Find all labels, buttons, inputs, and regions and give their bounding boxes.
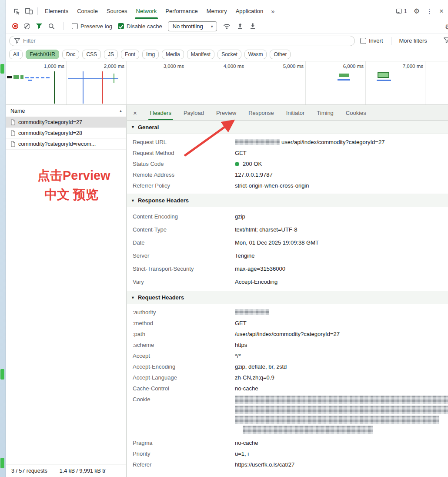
- network-settings-gear-icon[interactable]: ⚙: [445, 23, 448, 31]
- header-value: 200 OK: [235, 160, 262, 168]
- inspect-element-icon[interactable]: [10, 6, 23, 17]
- settings-gear-icon[interactable]: ⚙: [414, 7, 420, 15]
- tab-application[interactable]: Application: [231, 3, 268, 19]
- status-ok-dot-icon: [235, 162, 239, 166]
- header-key: Accept: [133, 352, 235, 359]
- timeline-gridline: [425, 61, 425, 104]
- desktop-background-strip: [0, 0, 6, 477]
- header-key: Pragma: [133, 439, 235, 447]
- header-row: :path /user/api/index/commodity?category…: [127, 329, 448, 339]
- tab-response[interactable]: Response: [242, 105, 280, 120]
- name-column-header[interactable]: Name ▲: [6, 105, 126, 117]
- section-header-request[interactable]: ▼ Request Headers: [127, 291, 448, 304]
- disable-cache-label: Disable cache: [127, 23, 162, 30]
- request-row[interactable]: commodity?categoryId=recom...: [6, 139, 126, 150]
- filter-options-icon[interactable]: [444, 37, 448, 45]
- tab-sources[interactable]: Sources: [102, 3, 132, 19]
- clear-network-log-icon[interactable]: [24, 23, 30, 29]
- timeline-tick-label: 2,000 ms: [89, 64, 124, 69]
- redacted-cookie-mosaic: [235, 406, 448, 414]
- invert-filter-checkbox[interactable]: Invert: [360, 37, 383, 44]
- tab-memory[interactable]: Memory: [202, 3, 231, 19]
- export-har-icon[interactable]: [249, 23, 256, 30]
- search-icon[interactable]: [48, 23, 55, 30]
- chip-font[interactable]: Font: [121, 50, 139, 59]
- timeline-gridline: [305, 61, 306, 104]
- header-value: Accept-Encoding: [235, 278, 277, 286]
- request-row[interactable]: commodity?categoryId=28: [6, 128, 126, 139]
- annotation-text-line2: 中文 预览: [44, 186, 98, 204]
- message-bubble-icon: [396, 9, 402, 13]
- tab-network[interactable]: Network: [132, 3, 161, 19]
- divider: [63, 22, 64, 30]
- header-key: Cache-Control: [133, 385, 235, 392]
- preserve-log-label: Preserve log: [80, 23, 112, 30]
- filter-input[interactable]: [23, 37, 350, 44]
- waterfall-bar: [20, 75, 23, 79]
- chip-media[interactable]: Media: [162, 50, 184, 59]
- disable-cache-checkbox[interactable]: Disable cache: [118, 23, 162, 30]
- waterfall-bar: [377, 80, 391, 81]
- header-row: Date Mon, 01 Dec 2025 19:09:38 GMT: [127, 236, 448, 249]
- header-row: Accept */*: [127, 350, 448, 361]
- chip-doc[interactable]: Doc: [62, 50, 79, 59]
- details-tabbar: × Headers Payload Preview Response Initi…: [127, 105, 448, 121]
- devtools-window: Elements Console Sources Network Perform…: [6, 0, 448, 477]
- preserve-log-checkbox[interactable]: Preserve log: [72, 23, 112, 30]
- chip-other[interactable]: Other: [270, 50, 291, 59]
- tab-timing[interactable]: Timing: [311, 105, 340, 120]
- chip-wasm[interactable]: Wasm: [244, 50, 267, 59]
- console-messages-button[interactable]: 1: [396, 8, 407, 14]
- close-devtools-icon[interactable]: ×: [439, 7, 444, 16]
- chip-fetch-xhr[interactable]: Fetch/XHR: [26, 50, 59, 59]
- network-overview-timeline[interactable]: 1,000 ms 2,000 ms 3,000 ms 4,000 ms 5,00…: [6, 61, 448, 105]
- record-network-log-icon[interactable]: [12, 23, 18, 29]
- header-value: [235, 396, 448, 436]
- header-key: Server: [133, 252, 235, 259]
- section-header-response[interactable]: ▼ Response Headers: [127, 194, 448, 207]
- header-value: max-age=31536000: [235, 265, 285, 272]
- tab-headers[interactable]: Headers: [144, 105, 177, 120]
- desktop-green-mark: [0, 369, 4, 380]
- network-conditions-icon[interactable]: [223, 23, 231, 30]
- waterfall-bar: [7, 76, 12, 78]
- header-row: Remote Address 127.0.0.1:9787: [127, 169, 448, 180]
- desktop-green-mark: [0, 458, 4, 468]
- tab-payload[interactable]: Payload: [177, 105, 210, 120]
- timeline-gridline: [246, 61, 246, 104]
- tab-cookies[interactable]: Cookies: [340, 105, 372, 120]
- chip-all[interactable]: All: [9, 50, 23, 59]
- chip-css[interactable]: CSS: [82, 50, 101, 59]
- import-har-icon[interactable]: [237, 23, 244, 30]
- tab-console[interactable]: Console: [73, 3, 102, 19]
- timeline-gridline: [66, 61, 67, 104]
- waterfall-bar: [25, 77, 29, 78]
- header-row: Status Code 200 OK: [127, 158, 448, 169]
- throttling-dropdown[interactable]: No throttling ▾: [168, 21, 217, 31]
- request-name: commodity?categoryId=28: [18, 130, 82, 136]
- more-tabs-icon[interactable]: »: [267, 7, 278, 15]
- section-header-general[interactable]: ▼ General: [127, 121, 448, 134]
- chip-manifest[interactable]: Manifest: [187, 50, 214, 59]
- header-row: Cookie: [127, 394, 448, 437]
- tab-preview[interactable]: Preview: [210, 105, 242, 120]
- device-toolbar-icon[interactable]: [23, 6, 35, 17]
- header-row: Accept-Encoding gzip, deflate, br, zstd: [127, 361, 448, 372]
- tab-initiator[interactable]: Initiator: [280, 105, 311, 120]
- header-row: Pragma no-cache: [127, 437, 448, 448]
- filter-funnel-icon[interactable]: [36, 23, 43, 29]
- timeline-gridline: [126, 61, 127, 104]
- kebab-menu-icon[interactable]: ⋮: [426, 7, 433, 15]
- annotation-text-line1: 点击Perview: [37, 167, 110, 185]
- header-row: :scheme https: [127, 339, 448, 350]
- chip-img[interactable]: Img: [142, 50, 159, 59]
- header-key: Status Code: [133, 160, 235, 168]
- chip-js[interactable]: JS: [104, 50, 118, 59]
- close-details-icon[interactable]: ×: [133, 109, 137, 117]
- header-key: Referrer Policy: [133, 182, 235, 189]
- chip-socket[interactable]: Socket: [217, 50, 241, 59]
- tab-elements[interactable]: Elements: [40, 3, 73, 19]
- more-filters-button[interactable]: More filters: [399, 37, 427, 44]
- request-row[interactable]: commodity?categoryId=27: [6, 117, 126, 128]
- tab-performance[interactable]: Performance: [161, 3, 202, 19]
